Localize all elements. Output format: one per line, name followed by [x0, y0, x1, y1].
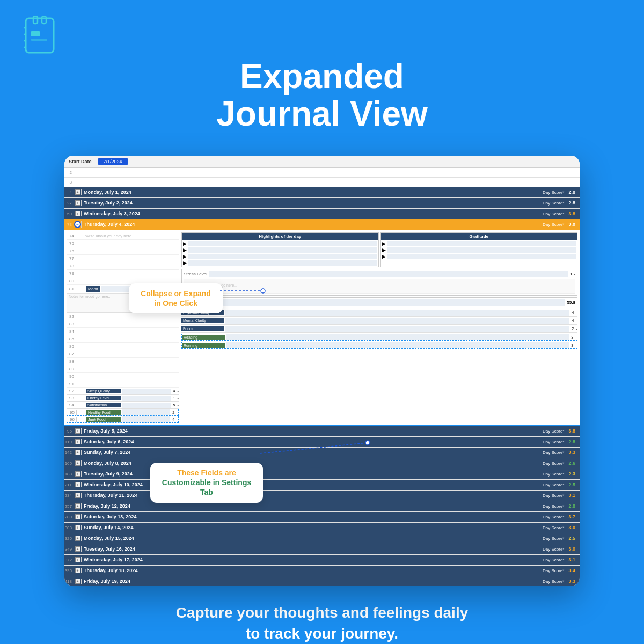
spacer-row: 2	[64, 168, 580, 178]
day-row: 142 + Sunday, July 7, 2024Day Score*3.3	[64, 448, 580, 458]
day-row-expanded: 73 − Thursday, July 4, 2024 Day Score* 3…	[64, 219, 580, 230]
svg-rect-2	[42, 16, 46, 24]
page-title: Expanded Journal View	[216, 57, 428, 133]
callout-collapse-expand: Collapse or Expand in One Click	[129, 283, 223, 313]
expand-button[interactable]: +	[75, 450, 80, 455]
weight-section: Weight 55.8	[181, 297, 577, 308]
stress-section: Stress Level 1 - Notes for stress level …	[181, 269, 577, 296]
day-row: 326 + Monday, July 15, 2024Day Score*2.5	[64, 533, 580, 544]
satisfaction-row: 94 Satisfaction 5 -	[67, 402, 179, 409]
highlights-panel: Highlights of the day ▶ ▶ ▶	[181, 232, 379, 267]
spreadsheet-top-bar: Start Date 7/1/2024	[64, 156, 580, 168]
day-row: 303 + Sunday, July 14, 2024Day Score*3.0	[64, 523, 580, 533]
running-row: Running 3 -	[181, 342, 577, 349]
day-row: 119 + Saturday, July 6, 2024Day Score*2.…	[64, 437, 580, 448]
expand-button[interactable]: +	[75, 439, 80, 444]
expand-button[interactable]: +	[75, 557, 80, 562]
day-row: 418 + Friday, July 19, 2024Day Score*3.3	[64, 576, 580, 586]
spacer-row: 3	[64, 178, 580, 187]
day-row: 211 + Wednesday, July 10, 2024Day Score*…	[64, 480, 580, 491]
expand-button[interactable]: +	[75, 460, 80, 466]
right-panels: Highlights of the day ▶ ▶ ▶	[181, 232, 577, 423]
callout-settings-line1: These Fields are	[159, 468, 254, 478]
day-row: 257 + Friday, July 12, 2024Day Score*2.8	[64, 501, 580, 512]
start-date-label: Start Date	[69, 159, 92, 164]
svg-rect-8	[31, 39, 47, 41]
callout-collapse-text: Collapse or Expand in One Click	[141, 289, 211, 308]
expand-button[interactable]: +	[75, 471, 80, 477]
callout-settings: These Fields are Customizable in Setting…	[150, 463, 263, 503]
day-row: 349 + Tuesday, July 16, 2024Day Score*3.…	[64, 544, 580, 555]
right-metrics: Physical Activity 4 - Mental Clarity 4 -…	[181, 310, 577, 349]
reading-row: Reading 3 -	[181, 334, 577, 341]
expand-button[interactable]: +	[75, 482, 80, 487]
expand-button[interactable]: +	[75, 428, 80, 434]
physical-activity-row: Physical Activity 4 -	[181, 310, 577, 317]
expanded-row-content: 74Write about your day here... 75 76 77 …	[64, 230, 580, 426]
stress-notes: Notes for stress level go here...	[184, 279, 575, 294]
day-row: 50 + Wednesday, July 3, 2024 Day Score* …	[64, 209, 580, 219]
day-row: 395 + Thursday, July 18, 2024Day Score*3…	[64, 566, 580, 576]
expand-button[interactable]: +	[75, 503, 80, 509]
collapse-button[interactable]: −	[74, 221, 81, 228]
top-panels: Highlights of the day ▶ ▶ ▶	[181, 232, 577, 267]
expand-button[interactable]: +	[75, 568, 80, 573]
mental-clarity-row: Mental Clarity 4 -	[181, 318, 577, 325]
start-date-value: 7/1/2024	[98, 158, 128, 165]
energy-row: 93 Energy Level 1 -	[67, 395, 179, 402]
day-row: 27 + Tuesday, July 2, 2024 Day Score* 2.…	[64, 198, 580, 209]
expand-button[interactable]: +	[75, 211, 80, 216]
day-row: 188 + Tuesday, July 9, 2024Day Score*2.3	[64, 469, 580, 480]
tagline: Capture your thoughts and feelings daily…	[176, 602, 469, 644]
expand-button[interactable]: +	[75, 546, 80, 552]
day-row: 96 + Friday, July 5, 2024Day Score*3.8	[64, 426, 580, 437]
screenshot-container: Start Date 7/1/2024 2 3 4 + Monday, July…	[64, 156, 580, 586]
expand-button[interactable]: +	[75, 493, 80, 498]
expand-button[interactable]: +	[75, 536, 80, 541]
expand-button[interactable]: +	[75, 514, 80, 519]
junk-food-row: 96 Junk Food 4 -	[67, 416, 179, 423]
left-text-area: 74Write about your day here... 75 76 77 …	[67, 232, 179, 423]
day-row: 165 + Monday, July 8, 2024Day Score*2.6	[64, 458, 580, 469]
header-section: Expanded Journal View	[0, 0, 644, 138]
expand-button[interactable]: +	[75, 200, 80, 206]
svg-rect-1	[33, 16, 38, 24]
day-row: 280 + Saturday, July 13, 2024Day Score*3…	[64, 512, 580, 523]
app-logo-icon	[21, 16, 60, 55]
expand-button[interactable]: +	[75, 525, 80, 530]
callout-settings-line2: Customizable in Settings Tab	[159, 478, 254, 497]
gratitude-panel: Gratitude ▶ ▶ ▶	[380, 232, 578, 267]
focus-row: Focus 2 -	[181, 326, 577, 333]
day-row: 372 + Wednesday, July 17, 2024Day Score*…	[64, 555, 580, 566]
day-row: 4 + Monday, July 1, 2024 Day Score* 2.8	[64, 187, 580, 198]
healthy-food-row: 95 Healthy Food 2 -	[67, 409, 179, 416]
journal-rows: 2 3 4 + Monday, July 1, 2024 Day Score* …	[64, 168, 580, 586]
sleep-row: 92 Sleep Quality 4 -	[67, 388, 179, 395]
svg-rect-7	[31, 31, 40, 36]
expand-button[interactable]: +	[75, 579, 80, 584]
expand-button[interactable]: +	[75, 189, 80, 195]
day-row: 234 + Thursday, July 11, 2024Day Score*3…	[64, 491, 580, 501]
